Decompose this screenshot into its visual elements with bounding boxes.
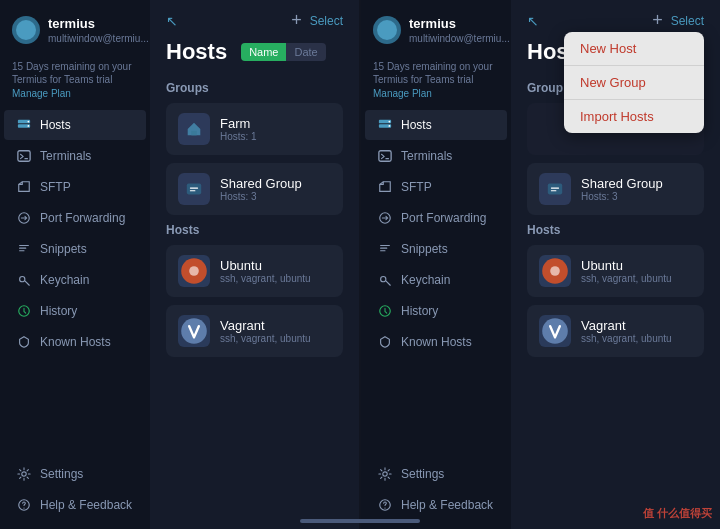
left-group-farm-name: Farm [220, 116, 257, 131]
left-sftp-icon [16, 179, 32, 195]
left-manage-plan[interactable]: Manage Plan [0, 88, 150, 109]
left-nav-help[interactable]: Help & Feedback [4, 490, 146, 520]
left-title-row: Hosts Name Date [150, 39, 359, 77]
left-nav-snippets[interactable]: Snippets [4, 234, 146, 264]
left-sort-date[interactable]: Date [286, 43, 325, 61]
left-host-ubuntu[interactable]: Ubuntu ssh, vagrant, ubuntu [166, 245, 343, 297]
right-history-icon [377, 303, 393, 319]
left-account-header: termius multiwindow@termiu... [0, 8, 150, 56]
left-nav-terminals[interactable]: Terminals [4, 141, 146, 171]
left-host-vagrant[interactable]: Vagrant ssh, vagrant, ubuntu [166, 305, 343, 357]
right-sftp-icon [377, 179, 393, 195]
right-host-vagrant-name: Vagrant [581, 318, 672, 333]
left-group-farm[interactable]: Farm Hosts: 1 [166, 103, 343, 155]
right-host-ubuntu[interactable]: Ubuntu ssh, vagrant, ubuntu [527, 245, 704, 297]
right-host-vagrant[interactable]: Vagrant ssh, vagrant, ubuntu [527, 305, 704, 357]
right-nav-settings-label: Settings [401, 467, 444, 481]
left-account-email: multiwindow@termiu... [48, 33, 149, 44]
svg-point-3 [28, 125, 30, 127]
left-history-icon [16, 303, 32, 319]
left-nav-portforwarding[interactable]: Port Forwarding [4, 203, 146, 233]
left-hosts-icon [16, 117, 32, 133]
svg-point-14 [189, 266, 199, 276]
right-group-shared-info: Shared Group Hosts: 3 [581, 176, 663, 202]
left-port-icon [16, 210, 32, 226]
left-select-button[interactable]: Select [310, 14, 343, 28]
right-group-shared-icon [539, 173, 571, 205]
right-group-shared-name: Shared Group [581, 176, 663, 191]
right-nav-history[interactable]: History [365, 296, 507, 326]
left-group-shared[interactable]: Shared Group Hosts: 3 [166, 163, 343, 215]
right-settings-icon [377, 466, 393, 482]
left-nav-hosts[interactable]: Hosts [4, 110, 146, 140]
right-group-shared-hosts: Hosts: 3 [581, 191, 663, 202]
right-hosts-icon [377, 117, 393, 133]
left-host-ubuntu-icon [178, 255, 210, 287]
svg-rect-4 [18, 151, 30, 162]
right-nav-help[interactable]: Help & Feedback [365, 490, 507, 520]
right-avatar [373, 16, 401, 44]
right-panel: termius multiwindow@termiu... 15 Days re… [361, 0, 720, 529]
right-knownhosts-icon [377, 334, 393, 350]
right-group-shared[interactable]: Shared Group Hosts: 3 [527, 163, 704, 215]
right-nav-terminals[interactable]: Terminals [365, 141, 507, 171]
right-port-icon [377, 210, 393, 226]
left-host-ubuntu-info: Ubuntu ssh, vagrant, ubuntu [220, 258, 311, 284]
right-nav-port-label: Port Forwarding [401, 211, 486, 225]
left-host-vagrant-icon [178, 315, 210, 347]
left-help-icon [16, 497, 32, 513]
svg-point-30 [542, 318, 568, 344]
right-dropdown-import-hosts[interactable]: Import Hosts [564, 100, 704, 133]
left-nav-settings[interactable]: Settings [4, 459, 146, 489]
left-nav-history[interactable]: History [4, 296, 146, 326]
right-nav-snippets[interactable]: Snippets [365, 234, 507, 264]
right-nav-settings[interactable]: Settings [365, 459, 507, 489]
right-account-name: termius [409, 16, 510, 31]
right-host-vagrant-tags: ssh, vagrant, ubuntu [581, 333, 672, 344]
right-account-header: termius multiwindow@termiu... [361, 8, 511, 56]
scroll-indicator [300, 519, 420, 523]
right-nav-knownhosts-label: Known Hosts [401, 335, 472, 349]
left-hosts-title: Hosts [166, 223, 343, 237]
panels: termius multiwindow@termiu... 15 Days re… [0, 0, 720, 529]
left-host-ubuntu-tags: ssh, vagrant, ubuntu [220, 273, 311, 284]
left-nav: Hosts Terminals SFTP [0, 109, 150, 458]
left-group-shared-icon [178, 173, 210, 205]
svg-point-15 [181, 318, 207, 344]
left-sort-buttons: Name Date [241, 43, 326, 61]
left-nav-sftp[interactable]: SFTP [4, 172, 146, 202]
right-dropdown-new-group[interactable]: New Group [564, 66, 704, 100]
left-group-farm-info: Farm Hosts: 1 [220, 116, 257, 142]
left-nav-help-label: Help & Feedback [40, 498, 132, 512]
svg-rect-11 [191, 131, 196, 136]
left-add-button[interactable]: + [291, 10, 302, 31]
svg-point-18 [389, 121, 391, 123]
left-account-text: termius multiwindow@termiu... [48, 16, 149, 44]
left-sort-name[interactable]: Name [241, 43, 286, 61]
right-dropdown-new-host[interactable]: New Host [564, 32, 704, 66]
left-sidebar-footer: Settings Help & Feedback [0, 458, 150, 529]
right-nav-sftp[interactable]: SFTP [365, 172, 507, 202]
left-nav-keychain[interactable]: Keychain [4, 265, 146, 295]
right-host-ubuntu-name: Ubuntu [581, 258, 672, 273]
right-nav-portforwarding[interactable]: Port Forwarding [365, 203, 507, 233]
left-back-button[interactable]: ↖ [166, 13, 178, 29]
left-page-title: Hosts [166, 39, 227, 65]
left-header-actions: + Select [291, 10, 343, 31]
right-manage-plan[interactable]: Manage Plan [361, 88, 511, 109]
left-nav-snippets-label: Snippets [40, 242, 87, 256]
right-hosts-title: Hosts [527, 223, 704, 237]
left-panel: termius multiwindow@termiu... 15 Days re… [0, 0, 359, 529]
right-back-button[interactable]: ↖ [527, 13, 539, 29]
left-group-shared-hosts: Hosts: 3 [220, 191, 302, 202]
right-select-button[interactable]: Select [671, 14, 704, 28]
right-nav-keychain[interactable]: Keychain [365, 265, 507, 295]
right-add-button[interactable]: + [652, 10, 663, 31]
left-account-name: termius [48, 16, 149, 31]
left-terminals-icon [16, 148, 32, 164]
right-nav-knownhosts[interactable]: Known Hosts [365, 327, 507, 357]
right-snippets-icon [377, 241, 393, 257]
left-nav-knownhosts[interactable]: Known Hosts [4, 327, 146, 357]
right-nav-hosts[interactable]: Hosts [365, 110, 507, 140]
right-avatar-inner [377, 20, 397, 40]
